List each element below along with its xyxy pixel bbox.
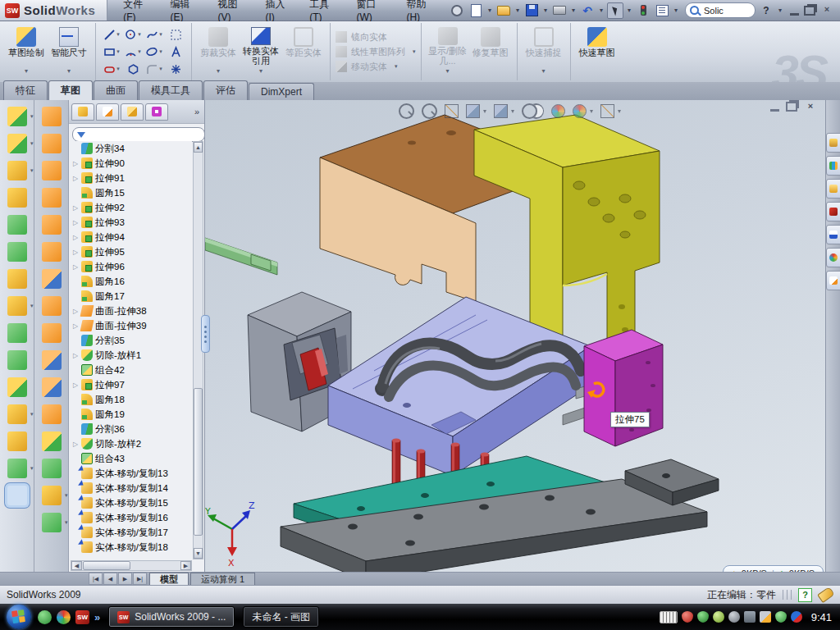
close-button[interactable]: × — [820, 5, 833, 16]
quick-tips-icon[interactable]: ? — [798, 588, 812, 602]
feature-tree-item[interactable]: ▷ 实体-移动/复制13 — [71, 466, 192, 481]
feature-tree-item[interactable]: ▷ 圆角17 — [71, 289, 192, 304]
feature-tree-item[interactable]: ▷ 拉伸90 — [71, 156, 192, 171]
feature-tree-item[interactable]: ▷ 组合42 — [71, 363, 192, 377]
toolbar-tool-button[interactable]: ▾ — [42, 107, 62, 126]
tab-nav-last[interactable]: ▶| — [133, 573, 147, 585]
line-tool[interactable]: ▾ — [101, 29, 122, 41]
configuration-manager-icon[interactable] — [121, 103, 144, 121]
select-button[interactable] — [607, 2, 623, 19]
tab-nav-first[interactable]: |◀ — [89, 573, 103, 585]
rapid-sketch-button[interactable]: 快速草图 — [576, 25, 619, 78]
feature-tree-item[interactable]: ▷ 分割35 — [71, 333, 192, 348]
command-tab[interactable]: 模具工具 — [139, 80, 203, 100]
toolbar-tool-button[interactable]: ▾ — [7, 215, 27, 235]
toolbar-tool-button[interactable]: ▾ — [42, 513, 62, 532]
toolbar-tool-button[interactable]: ▾ — [7, 486, 27, 505]
toolbar-tool-button[interactable]: ▾ — [42, 486, 62, 505]
toolbar-tool-button[interactable]: ▾ — [7, 377, 27, 397]
toolbar-tool-button[interactable]: ▾ — [42, 431, 62, 451]
appearances-icon[interactable] — [551, 104, 565, 118]
view-orientation-icon[interactable] — [466, 104, 480, 118]
save-dropdown[interactable]: ▾ — [542, 7, 549, 14]
taskbar-task-button[interactable]: 未命名 - 画图 — [243, 606, 319, 628]
dimxpert-manager-icon[interactable] — [145, 103, 168, 121]
toolbar-tool-button[interactable]: ▾ — [42, 134, 62, 153]
search-input[interactable] — [702, 5, 748, 16]
model-tab[interactable]: 模型 — [149, 573, 189, 585]
graphics-viewport[interactable]: Y Z X ▾ ▾ ▾ ▾ ▾ × — [205, 100, 825, 572]
sketch-text-tool[interactable] — [165, 46, 186, 58]
feature-tree-item[interactable]: ▷ 实体-移动/复制17 — [71, 525, 192, 540]
command-tab[interactable]: 草图 — [48, 80, 93, 101]
feature-tree-item[interactable]: ▷ 实体-移动/复制15 — [71, 495, 192, 510]
feature-tree-item[interactable]: ▷ 拉伸94 — [71, 230, 192, 244]
convert-entities-button[interactable]: 转换实体引用▾ — [240, 25, 282, 78]
scene-icon[interactable] — [573, 104, 587, 118]
home-icon[interactable] — [826, 133, 840, 153]
key-icon[interactable] — [713, 611, 724, 623]
toolbar-tool-button[interactable]: ▾ — [7, 296, 27, 316]
security-shield-icon[interactable] — [697, 611, 709, 623]
health-shield-icon[interactable] — [775, 611, 787, 623]
feature-tree-item[interactable]: ▷ 拉伸95 — [71, 244, 192, 259]
toolbar-tool-button[interactable]: ▾ — [7, 404, 27, 424]
feature-tree-item[interactable]: ▷ 曲面-拉伸39 — [71, 318, 192, 333]
scroll-left-arrow[interactable]: ◀ — [71, 561, 82, 570]
start-button[interactable] — [7, 605, 31, 629]
save-button[interactable] — [523, 2, 540, 19]
feature-tree-item[interactable]: ▷ 实体-移动/复制18 — [71, 540, 192, 555]
toolbar-tool-button[interactable]: ▾ — [42, 161, 62, 180]
media-icon[interactable] — [57, 610, 71, 624]
property-manager-icon[interactable] — [96, 103, 119, 121]
command-tab[interactable]: 曲面 — [94, 80, 138, 100]
feature-tree-item[interactable]: ▷ 分割36 — [71, 422, 192, 436]
spline-tool[interactable]: ▾ — [144, 29, 165, 41]
toolbar-tool-button[interactable]: ▾ — [7, 323, 27, 343]
new-document-button[interactable] — [468, 2, 484, 19]
horizontal-scroll-thumb[interactable] — [83, 561, 130, 570]
feature-tree-item[interactable]: ▷ 拉伸93 — [71, 215, 192, 230]
view-palette-icon[interactable] — [826, 225, 840, 244]
sync-icon[interactable] — [791, 611, 802, 623]
feature-tree-item[interactable]: ▷ 拉伸92 — [71, 200, 192, 215]
design-library-icon[interactable] — [826, 156, 840, 176]
command-tab[interactable]: 特征 — [3, 80, 48, 100]
toolbar-tool-button[interactable]: ▾ — [42, 404, 62, 424]
point-tool[interactable] — [165, 63, 186, 75]
feature-tree-item[interactable]: ▷ 圆角19 — [71, 407, 192, 422]
sketch-button[interactable]: 草图绘制▾ — [5, 25, 48, 78]
file-explorer-icon[interactable] — [826, 179, 840, 199]
motion-study-tab[interactable]: 运动算例 1 — [190, 573, 255, 585]
new-dropdown[interactable]: ▾ — [486, 7, 493, 14]
zoom-area-icon[interactable] — [422, 103, 437, 119]
circle-tool[interactable]: ▾ — [122, 29, 144, 41]
vertical-scroll-thumb[interactable] — [194, 388, 203, 536]
select-dropdown[interactable]: ▾ — [626, 7, 632, 14]
messenger-icon[interactable] — [38, 610, 52, 624]
rectangle-tool[interactable]: ▾ — [101, 46, 122, 58]
toolbar-tool-button[interactable]: ▾ — [7, 188, 27, 208]
taskbar-task-button[interactable]: SW SolidWorks 2009 - ... — [108, 606, 235, 628]
display-style-icon[interactable] — [494, 104, 508, 118]
toolbar-tool-button[interactable]: ▾ — [42, 242, 62, 262]
custom-properties-icon[interactable] — [826, 271, 840, 290]
toolbar-tool-button[interactable]: ▾ — [7, 459, 27, 478]
tree-horizontal-scrollbar[interactable]: ◀ ▶ — [71, 560, 192, 571]
keyboard-layout-icon[interactable] — [660, 611, 678, 623]
slot-tool[interactable]: ▾ — [101, 63, 122, 75]
scroll-up-arrow[interactable]: ▲ — [194, 142, 203, 153]
volume-icon[interactable] — [728, 611, 740, 623]
feature-tree-item[interactable]: ▷ 拉伸91 — [71, 171, 192, 185]
toolbar-tool-button[interactable]: ▾ — [42, 188, 62, 208]
open-dropdown[interactable]: ▾ — [514, 7, 521, 14]
toolbar-tool-button[interactable]: ▾ — [7, 161, 27, 180]
ellipse-tool[interactable]: ▾ — [144, 46, 165, 58]
undo-dropdown[interactable]: ▾ — [598, 7, 605, 14]
print-button[interactable] — [551, 2, 568, 19]
network-icon[interactable] — [744, 611, 756, 623]
feature-tree-item[interactable]: ▷ 圆角16 — [71, 274, 192, 289]
open-button[interactable] — [495, 2, 512, 19]
toolbar-tool-button[interactable]: ▾ — [42, 377, 62, 397]
restore-button[interactable] — [804, 6, 815, 16]
